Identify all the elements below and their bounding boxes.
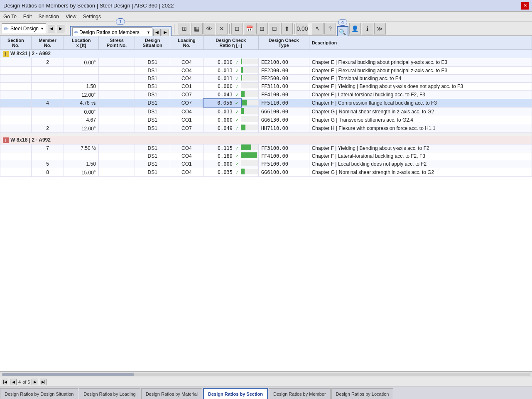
- table3-icon-btn[interactable]: ⊟: [269, 23, 280, 34]
- table-row[interactable]: 212.00≈DS1CO70.049 ✓HH7110.00Chapter H |…: [0, 124, 532, 132]
- table-row[interactable]: 44.78 ⅓DS1CO70.056 ✓FF5110.00Chapter F |…: [0, 99, 532, 107]
- title-bar: Design Ratios on Members by Section | St…: [0, 0, 532, 12]
- table-icon-btn[interactable]: ▦: [191, 23, 203, 34]
- chevron-down-icon-2: ▼: [147, 30, 150, 34]
- chevron-down-icon: ▼: [40, 27, 44, 31]
- tab-section[interactable]: Design Ratios by Section: [203, 388, 268, 399]
- prev-module-button[interactable]: ◀: [48, 25, 55, 32]
- table2-icon-btn[interactable]: ⊞: [256, 23, 268, 34]
- tab-member[interactable]: Design Ratios by Member: [269, 388, 331, 399]
- col-stress-point: StressPoint No.: [98, 36, 135, 50]
- separator-5: [310, 24, 310, 34]
- bottom-area: |◀ ◀ 4 of 6 ▶ ▶| Design Ratios by Design…: [0, 371, 532, 399]
- x-icon-btn[interactable]: ✕: [216, 23, 228, 34]
- table-row[interactable]: 4.67DS1CO10.000 ✓GG6130.00Chapter G | Tr…: [0, 116, 532, 124]
- table-row[interactable]: 20.00≈DS1CO40.010 ✓EE2100.00Chapter E | …: [0, 58, 532, 66]
- menu-edit[interactable]: Edit: [23, 14, 32, 20]
- col-location: Locationx [ft]: [64, 36, 99, 50]
- menu-goto[interactable]: Go To: [3, 14, 17, 20]
- scrollbar-thumb[interactable]: [2, 373, 134, 376]
- col-design-situation: DesignSituation: [135, 36, 170, 50]
- close-button[interactable]: ✕: [521, 2, 529, 10]
- table-row[interactable]: 1.50DS1CO10.000 ✓FF3110.00Chapter F | Yi…: [0, 82, 532, 90]
- separator-3: [229, 24, 230, 34]
- toolbar-label-1: 1: [116, 18, 125, 25]
- col-member-no: MemberNo.: [31, 36, 64, 50]
- main-table-area: SectionNo. MemberNo. Locationx [ft] Stre…: [0, 36, 532, 371]
- page-of-label: of 6: [22, 379, 30, 384]
- export-icon-btn[interactable]: ⬆: [281, 23, 293, 34]
- col-design-check-ratio: Design CheckRatio η [--]: [203, 36, 258, 50]
- table-row[interactable]: 77.50 ½DS1CO40.115 ✓FF3100.00Chapter F |…: [0, 144, 532, 152]
- page-nav-row: |◀ ◀ 4 of 6 ▶ ▶|: [0, 377, 532, 387]
- eye-icon-btn[interactable]: 👁: [203, 23, 215, 34]
- toolbar: ✏ Steel Design ▼ ◀ ▶ 1 ✏ Design Ratios o…: [0, 22, 532, 36]
- separator-2: [174, 24, 174, 34]
- table-row[interactable]: 815.00≈DS1CO40.035 ✓GG6100.00Chapter G |…: [0, 168, 532, 176]
- toolbar-dropdown-module[interactable]: ✏ Steel Design ▼: [2, 23, 46, 34]
- module-dropdown-label: Steel Design: [10, 26, 39, 32]
- table-header-row: SectionNo. MemberNo. Locationx [ft] Stre…: [0, 36, 532, 50]
- window-title: Design Ratios on Members by Section | St…: [3, 2, 174, 9]
- separator-1: [67, 24, 67, 34]
- value-icon-btn[interactable]: 0.00: [297, 23, 308, 34]
- table-row[interactable]: 12.00≈DS1CO70.043 ✓FF4100.00Chapter F | …: [0, 90, 532, 99]
- table-row[interactable]: 51.50DS1CO10.000 ✓FF5100.00Chapter F | L…: [0, 160, 532, 168]
- next-module-button[interactable]: ▶: [57, 25, 64, 32]
- design-ratios-table: SectionNo. MemberNo. Locationx [ft] Stre…: [0, 36, 532, 177]
- tab-loading[interactable]: Design Ratios by Loading: [79, 388, 140, 399]
- prev-view-button[interactable]: ◀: [153, 29, 161, 36]
- menu-selection[interactable]: Selection: [39, 14, 59, 20]
- more-icon-btn[interactable]: ≫: [374, 23, 386, 34]
- col-section-no: SectionNo.: [0, 36, 32, 50]
- tabs-row: Design Ratios by Design SituationDesign …: [0, 387, 532, 399]
- section-3-header: IW 8x18 | 2 - A992: [0, 136, 532, 144]
- col-design-check-type: Design CheckType: [258, 36, 309, 50]
- help-icon-btn[interactable]: ?: [324, 23, 336, 34]
- section-2-header: IW 8x31 | 2 - A992: [0, 50, 532, 58]
- toolbar-icon-group: ⊞ ▦ 👁 ✕ ⊟ 📅 ⊞ ⊟ ⬆ 0.00 ↖ ? 4 🔍 👤 ℹ ≫: [179, 19, 386, 38]
- info-icon-btn[interactable]: ℹ: [362, 23, 373, 34]
- calendar-icon-btn[interactable]: 📅: [244, 23, 255, 34]
- col-loading-no: LoadingNo.: [170, 36, 203, 50]
- table-row[interactable]: DS1CO40.189 ✓FF4100.00Chapter F | Latera…: [0, 152, 532, 160]
- view-dropdown-label: Design Ratios on Members: [79, 29, 146, 35]
- view-icon: ✏: [74, 29, 78, 35]
- grid-icon-btn[interactable]: ⊟: [231, 23, 243, 34]
- tab-location[interactable]: Design Ratios by Location: [331, 388, 394, 399]
- filter-icon-btn[interactable]: ⊞: [179, 23, 190, 34]
- current-page: 4: [18, 379, 21, 384]
- table-row[interactable]: DS1CO40.011 ✓EE2500.00Chapter E | Torsio…: [0, 74, 532, 82]
- person-icon-btn[interactable]: 👤: [349, 23, 361, 34]
- next-page-button[interactable]: ▶: [32, 379, 38, 385]
- cursor-icon-btn[interactable]: ↖: [312, 23, 324, 34]
- last-page-button[interactable]: ▶|: [40, 379, 47, 385]
- scrollbar-track[interactable]: [2, 373, 530, 376]
- prev-page-button[interactable]: ◀: [10, 379, 17, 385]
- toolbar-label-4: 4: [338, 19, 347, 26]
- tab-design-situation[interactable]: Design Ratios by Design Situation: [0, 388, 78, 399]
- table-row[interactable]: 0.00≈DS1CO40.033 ✓GG6100.00Chapter G | N…: [0, 107, 532, 116]
- separator-4: [294, 24, 295, 34]
- first-page-button[interactable]: |◀: [2, 379, 8, 385]
- tab-material[interactable]: Design Ratios by Material: [141, 388, 202, 399]
- module-icon: ✏: [4, 25, 9, 32]
- horizontal-scrollbar[interactable]: [0, 372, 532, 377]
- next-view-button[interactable]: ▶: [162, 29, 169, 36]
- table-row[interactable]: DS1CO40.013 ✓EE2300.00Chapter E | Flexur…: [0, 66, 532, 74]
- col-description: Description: [309, 36, 532, 50]
